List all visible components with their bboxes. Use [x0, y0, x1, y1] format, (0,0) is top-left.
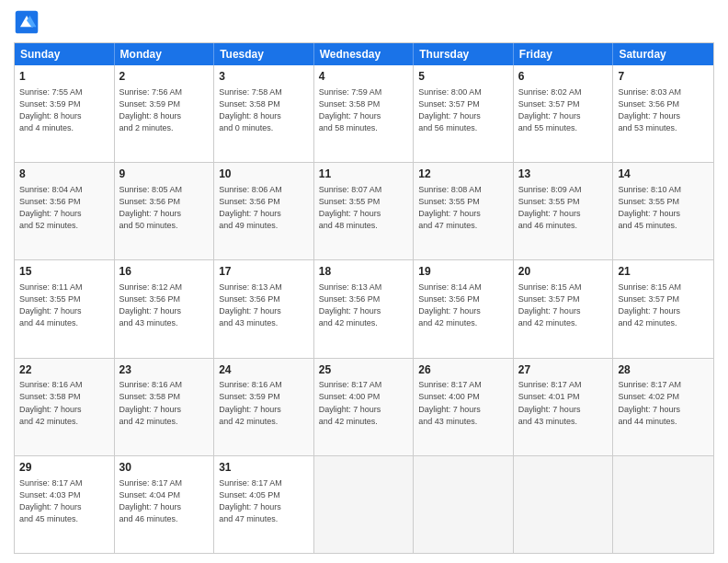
calendar-cell: 1Sunrise: 7:55 AMSunset: 3:59 PMDaylight… — [15, 65, 115, 162]
day-number: 12 — [418, 167, 508, 182]
calendar-cell: 4Sunrise: 7:59 AMSunset: 3:58 PMDaylight… — [314, 65, 415, 162]
calendar-row-3: 15Sunrise: 8:11 AMSunset: 3:55 PMDayligh… — [15, 259, 713, 357]
calendar-cell: 28Sunrise: 8:17 AMSunset: 4:02 PMDayligh… — [613, 359, 713, 455]
logo-icon — [14, 9, 40, 35]
calendar-cell: 6Sunrise: 8:02 AMSunset: 3:57 PMDaylight… — [514, 65, 614, 162]
day-number: 10 — [219, 167, 309, 182]
calendar-cell: 29Sunrise: 8:17 AMSunset: 4:03 PMDayligh… — [15, 456, 115, 553]
day-info: Sunrise: 8:09 AMSunset: 3:55 PMDaylight:… — [518, 184, 609, 232]
day-number: 14 — [618, 167, 709, 182]
calendar-cell: 27Sunrise: 8:17 AMSunset: 4:01 PMDayligh… — [514, 359, 614, 455]
calendar-cell: 15Sunrise: 8:11 AMSunset: 3:55 PMDayligh… — [15, 260, 115, 357]
day-number: 7 — [618, 69, 709, 85]
day-number: 1 — [19, 69, 109, 85]
day-info: Sunrise: 8:15 AMSunset: 3:57 PMDaylight:… — [518, 282, 609, 329]
day-info: Sunrise: 8:08 AMSunset: 3:55 PMDaylight:… — [418, 184, 508, 232]
day-info: Sunrise: 8:15 AMSunset: 3:57 PMDaylight:… — [618, 282, 709, 329]
calendar-body: 1Sunrise: 7:55 AMSunset: 3:59 PMDaylight… — [15, 65, 713, 553]
day-number: 21 — [618, 264, 709, 280]
day-info: Sunrise: 8:17 AMSunset: 4:05 PMDaylight:… — [219, 477, 309, 525]
calendar-cell: 21Sunrise: 8:15 AMSunset: 3:57 PMDayligh… — [613, 260, 713, 357]
header-day-tuesday: Tuesday — [214, 43, 314, 65]
day-info: Sunrise: 7:55 AMSunset: 3:59 PMDaylight:… — [19, 86, 109, 134]
day-number: 6 — [518, 69, 609, 85]
day-info: Sunrise: 8:06 AMSunset: 3:56 PMDaylight:… — [219, 184, 309, 232]
calendar-cell: 11Sunrise: 8:07 AMSunset: 3:55 PMDayligh… — [314, 163, 415, 259]
calendar-cell: 13Sunrise: 8:09 AMSunset: 3:55 PMDayligh… — [514, 163, 614, 259]
day-info: Sunrise: 7:56 AMSunset: 3:59 PMDaylight:… — [119, 86, 210, 134]
day-number: 29 — [19, 460, 109, 476]
day-number: 20 — [518, 264, 609, 280]
calendar-cell: 16Sunrise: 8:12 AMSunset: 3:56 PMDayligh… — [115, 260, 215, 357]
day-number: 9 — [119, 167, 210, 182]
day-number: 28 — [618, 362, 709, 378]
day-info: Sunrise: 8:16 AMSunset: 3:59 PMDaylight:… — [219, 379, 309, 427]
calendar-cell — [613, 456, 713, 553]
day-info: Sunrise: 8:16 AMSunset: 3:58 PMDaylight:… — [19, 379, 109, 427]
day-number: 4 — [319, 69, 409, 85]
header-day-wednesday: Wednesday — [314, 43, 415, 65]
day-number: 15 — [19, 264, 109, 280]
calendar-cell: 10Sunrise: 8:06 AMSunset: 3:56 PMDayligh… — [214, 163, 314, 259]
day-info: Sunrise: 8:17 AMSunset: 4:00 PMDaylight:… — [319, 379, 409, 427]
day-info: Sunrise: 8:02 AMSunset: 3:57 PMDaylight:… — [518, 86, 609, 134]
day-number: 31 — [219, 460, 309, 476]
calendar-cell: 24Sunrise: 8:16 AMSunset: 3:59 PMDayligh… — [214, 359, 314, 455]
day-info: Sunrise: 8:03 AMSunset: 3:56 PMDaylight:… — [618, 86, 709, 134]
day-number: 23 — [119, 362, 210, 378]
day-number: 11 — [319, 167, 409, 182]
calendar-cell: 7Sunrise: 8:03 AMSunset: 3:56 PMDaylight… — [613, 65, 713, 162]
calendar-cell — [314, 456, 415, 553]
calendar-cell — [414, 456, 514, 553]
day-info: Sunrise: 8:13 AMSunset: 3:56 PMDaylight:… — [319, 282, 409, 329]
header-day-friday: Friday — [514, 43, 614, 65]
header-day-thursday: Thursday — [414, 43, 514, 65]
day-number: 3 — [219, 69, 309, 85]
day-info: Sunrise: 8:16 AMSunset: 3:58 PMDaylight:… — [119, 379, 210, 427]
page: SundayMondayTuesdayWednesdayThursdayFrid… — [0, 0, 728, 563]
calendar-row-4: 22Sunrise: 8:16 AMSunset: 3:58 PMDayligh… — [15, 358, 713, 455]
calendar-cell: 25Sunrise: 8:17 AMSunset: 4:00 PMDayligh… — [314, 359, 415, 455]
day-number: 19 — [418, 264, 508, 280]
day-number: 17 — [219, 264, 309, 280]
calendar-row-2: 8Sunrise: 8:04 AMSunset: 3:56 PMDaylight… — [15, 162, 713, 259]
day-info: Sunrise: 8:17 AMSunset: 4:04 PMDaylight:… — [119, 477, 210, 525]
calendar-cell: 18Sunrise: 8:13 AMSunset: 3:56 PMDayligh… — [314, 260, 415, 357]
day-number: 30 — [119, 460, 210, 476]
header-day-monday: Monday — [115, 43, 215, 65]
day-info: Sunrise: 8:12 AMSunset: 3:56 PMDaylight:… — [119, 282, 210, 329]
day-number: 13 — [518, 167, 609, 182]
calendar-cell: 26Sunrise: 8:17 AMSunset: 4:00 PMDayligh… — [414, 359, 514, 455]
day-info: Sunrise: 8:04 AMSunset: 3:56 PMDaylight:… — [19, 184, 109, 232]
day-info: Sunrise: 8:17 AMSunset: 4:01 PMDaylight:… — [518, 379, 609, 427]
calendar-cell: 5Sunrise: 8:00 AMSunset: 3:57 PMDaylight… — [414, 65, 514, 162]
calendar-cell: 19Sunrise: 8:14 AMSunset: 3:56 PMDayligh… — [414, 260, 514, 357]
day-number: 2 — [119, 69, 210, 85]
calendar-cell: 12Sunrise: 8:08 AMSunset: 3:55 PMDayligh… — [414, 163, 514, 259]
day-info: Sunrise: 8:05 AMSunset: 3:56 PMDaylight:… — [119, 184, 210, 232]
calendar-header: SundayMondayTuesdayWednesdayThursdayFrid… — [15, 43, 713, 65]
calendar: SundayMondayTuesdayWednesdayThursdayFrid… — [14, 42, 714, 554]
day-number: 24 — [219, 362, 309, 378]
header-day-sunday: Sunday — [15, 43, 115, 65]
calendar-row-1: 1Sunrise: 7:55 AMSunset: 3:59 PMDaylight… — [15, 65, 713, 162]
calendar-cell: 17Sunrise: 8:13 AMSunset: 3:56 PMDayligh… — [214, 260, 314, 357]
day-info: Sunrise: 8:17 AMSunset: 4:00 PMDaylight:… — [418, 379, 508, 427]
day-number: 27 — [518, 362, 609, 378]
calendar-cell: 9Sunrise: 8:05 AMSunset: 3:56 PMDaylight… — [115, 163, 215, 259]
day-number: 18 — [319, 264, 409, 280]
header — [14, 9, 714, 35]
calendar-cell: 31Sunrise: 8:17 AMSunset: 4:05 PMDayligh… — [214, 456, 314, 553]
calendar-cell — [514, 456, 614, 553]
day-info: Sunrise: 8:14 AMSunset: 3:56 PMDaylight:… — [418, 282, 508, 329]
calendar-row-5: 29Sunrise: 8:17 AMSunset: 4:03 PMDayligh… — [15, 455, 713, 553]
day-info: Sunrise: 8:17 AMSunset: 4:02 PMDaylight:… — [618, 379, 709, 427]
day-number: 22 — [19, 362, 109, 378]
day-number: 8 — [19, 167, 109, 182]
day-info: Sunrise: 7:59 AMSunset: 3:58 PMDaylight:… — [319, 86, 409, 134]
calendar-cell: 3Sunrise: 7:58 AMSunset: 3:58 PMDaylight… — [214, 65, 314, 162]
day-number: 26 — [418, 362, 508, 378]
day-info: Sunrise: 8:07 AMSunset: 3:55 PMDaylight:… — [319, 184, 409, 232]
calendar-cell: 22Sunrise: 8:16 AMSunset: 3:58 PMDayligh… — [15, 359, 115, 455]
calendar-cell: 23Sunrise: 8:16 AMSunset: 3:58 PMDayligh… — [115, 359, 215, 455]
